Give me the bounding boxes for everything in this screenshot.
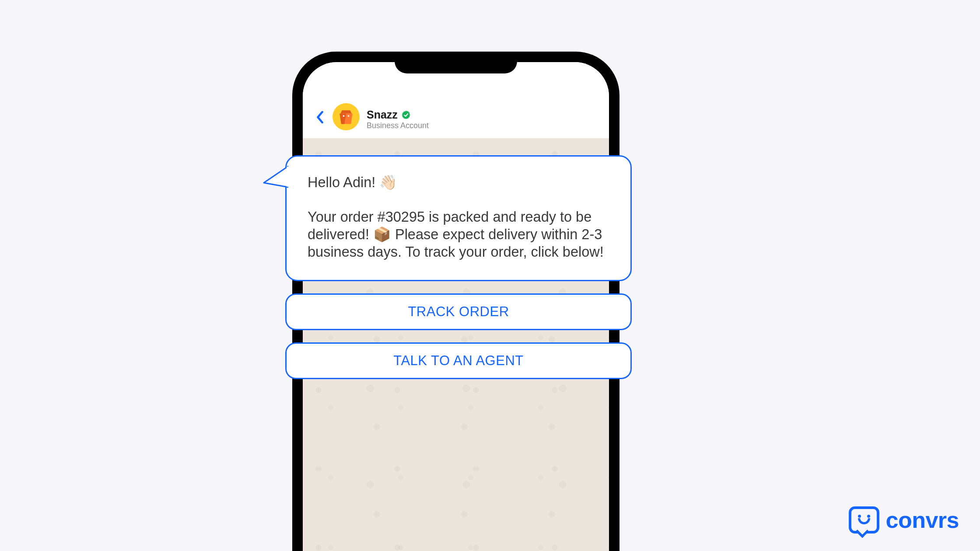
stage: Snazz Business Account xyxy=(0,0,980,551)
business-subtitle: Business Account xyxy=(367,121,429,130)
verified-badge-icon xyxy=(401,110,411,120)
message-body: Your order #30295 is packed and ready to… xyxy=(308,209,606,259)
convrs-logo: convrs xyxy=(849,506,959,534)
message-bubble: Hello Adin! 👋🏻 Your order #30295 is pack… xyxy=(285,155,632,281)
business-avatar[interactable] xyxy=(332,103,360,130)
header-name-row: Snazz xyxy=(367,108,429,121)
track-order-button[interactable]: TRACK ORDER xyxy=(285,293,632,330)
message-group: Hello Adin! 👋🏻 Your order #30295 is pack… xyxy=(285,155,632,379)
talk-to-agent-button[interactable]: TALK TO AN AGENT xyxy=(285,342,632,379)
chat-header: Snazz Business Account xyxy=(303,62,609,138)
svg-point-1 xyxy=(348,115,350,117)
chevron-left-icon xyxy=(315,111,325,124)
chat-bubble-icon xyxy=(849,506,879,534)
header-text-block: Snazz Business Account xyxy=(367,108,429,130)
shopping-bag-icon xyxy=(336,107,356,126)
talk-to-agent-label: TALK TO AN AGENT xyxy=(393,353,523,369)
smiley-icon xyxy=(856,514,872,526)
message-greeting: Hello Adin! 👋🏻 xyxy=(308,174,397,190)
message-text: Hello Adin! 👋🏻 Your order #30295 is pack… xyxy=(308,174,609,261)
phone-notch xyxy=(395,52,517,73)
svg-rect-2 xyxy=(287,167,288,187)
track-order-label: TRACK ORDER xyxy=(408,304,509,320)
svg-point-0 xyxy=(343,115,345,117)
business-name: Snazz xyxy=(367,108,398,121)
back-button[interactable] xyxy=(311,108,330,127)
brand-name: convrs xyxy=(886,507,959,533)
